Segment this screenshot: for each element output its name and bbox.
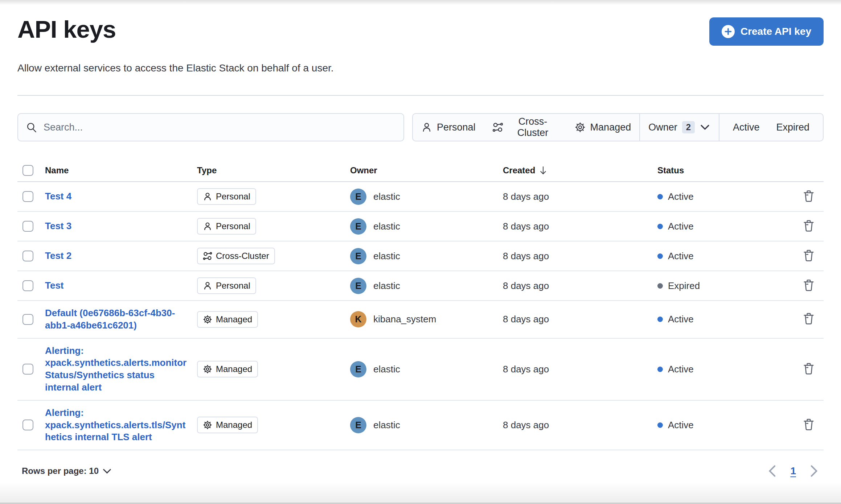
filter-cross-cluster-label: Cross-Cluster xyxy=(508,116,558,139)
table-row: Test 4 xyxy=(17,182,824,212)
delete-api-key-button[interactable] xyxy=(801,278,816,294)
owner-name: elastic xyxy=(373,364,400,375)
type-badge: Managed xyxy=(197,361,258,377)
status-cell: Active xyxy=(657,221,794,232)
search-icon xyxy=(26,122,37,133)
chevron-down-icon xyxy=(700,124,710,130)
status-dot xyxy=(657,317,663,322)
user-icon xyxy=(203,222,212,231)
search-input[interactable] xyxy=(44,122,395,133)
owner-cell: E elastic xyxy=(350,189,503,205)
gear-icon xyxy=(203,315,212,324)
api-key-name-link[interactable]: Alerting: xpack.synthetics.alerts.tls/Sy… xyxy=(45,407,187,443)
filter-managed[interactable]: Managed xyxy=(566,114,640,141)
delete-api-key-button[interactable] xyxy=(801,218,816,235)
type-badge-label: Cross-Cluster xyxy=(216,251,269,261)
name-cell: Test xyxy=(45,280,197,292)
delete-api-key-button[interactable] xyxy=(801,248,816,264)
column-header-created[interactable]: Created xyxy=(503,165,657,175)
actions-cell xyxy=(794,248,824,264)
owner-name: elastic xyxy=(373,280,400,292)
row-checkbox[interactable] xyxy=(22,280,33,291)
owner-name: elastic xyxy=(373,221,400,232)
create-api-key-button[interactable]: Create API key xyxy=(709,17,824,46)
delete-api-key-button[interactable] xyxy=(801,189,816,205)
filter-expired-label: Expired xyxy=(776,122,809,133)
status-dot xyxy=(657,253,663,259)
column-header-status: Status xyxy=(657,165,794,175)
row-checkbox[interactable] xyxy=(22,191,33,202)
search-and-filters: Personal Cross-Cluster xyxy=(17,113,824,141)
row-checkbox-cell xyxy=(17,280,45,291)
api-key-name-link[interactable]: Test 4 xyxy=(45,190,71,203)
table-row: Default (0e67686b-63cf-4b30-abb1-a46be61… xyxy=(17,301,824,339)
previous-page-button[interactable] xyxy=(767,463,778,479)
owner-filter-section: Owner 2 xyxy=(640,114,719,141)
api-key-name-link[interactable]: Test xyxy=(45,280,64,292)
actions-cell xyxy=(794,417,824,433)
search-box[interactable] xyxy=(17,113,404,141)
delete-api-key-button[interactable] xyxy=(801,361,816,377)
rows-per-page-button[interactable]: Rows per page: 10 xyxy=(17,464,115,478)
status-cell: Active xyxy=(657,314,794,325)
row-checkbox[interactable] xyxy=(22,221,33,232)
page-header: API keys Create API key xyxy=(17,16,824,46)
header-divider xyxy=(17,95,824,96)
plus-icon xyxy=(722,25,735,38)
owner-avatar: E xyxy=(350,278,366,294)
page-1-link[interactable]: 1 xyxy=(790,465,796,477)
row-checkbox[interactable] xyxy=(22,251,33,261)
owner-avatar: E xyxy=(350,361,366,377)
header-checkbox-cell xyxy=(17,165,45,176)
actions-cell xyxy=(794,218,824,235)
type-filters: Personal Cross-Cluster xyxy=(413,114,639,141)
type-cell: Personal xyxy=(197,277,350,294)
status-dot xyxy=(657,224,663,229)
api-key-name-link[interactable]: Test 2 xyxy=(45,250,71,262)
filter-active[interactable]: Active xyxy=(725,114,768,141)
created-cell: 8 days ago xyxy=(503,364,657,375)
created-cell: 8 days ago xyxy=(503,191,657,202)
filter-expired[interactable]: Expired xyxy=(768,114,818,141)
table-row: Alerting: xpack.synthetics.alerts.tls/Sy… xyxy=(17,401,824,450)
name-cell: Test 3 xyxy=(45,220,197,232)
column-header-owner[interactable]: Owner xyxy=(350,165,503,175)
filter-cross-cluster[interactable]: Cross-Cluster xyxy=(484,114,566,141)
select-all-checkbox[interactable] xyxy=(22,165,33,176)
type-badge: Cross-Cluster xyxy=(197,248,275,264)
row-checkbox-cell xyxy=(17,364,45,375)
row-checkbox[interactable] xyxy=(22,364,33,375)
column-header-name[interactable]: Name xyxy=(45,165,197,175)
status-label: Active xyxy=(668,191,694,202)
owner-cell: E elastic xyxy=(350,248,503,264)
type-badge-label: Personal xyxy=(216,281,250,291)
filter-owner-dropdown[interactable]: Owner 2 xyxy=(640,114,719,141)
row-checkbox-cell xyxy=(17,251,45,261)
table-body: Test 4 xyxy=(17,182,824,450)
trash-icon xyxy=(803,313,815,325)
created-cell: 8 days ago xyxy=(503,420,657,431)
trash-icon xyxy=(803,220,815,232)
filter-personal[interactable]: Personal xyxy=(413,114,484,141)
api-key-name-link[interactable]: Default (0e67686b-63cf-4b30-abb1-a46be61… xyxy=(45,307,187,332)
chevron-left-icon xyxy=(768,465,776,477)
gear-icon xyxy=(203,364,212,374)
filter-active-label: Active xyxy=(733,122,760,133)
row-checkbox-cell xyxy=(17,314,45,325)
status-cell: Active xyxy=(657,191,794,202)
sort-descending-icon xyxy=(539,166,547,175)
status-cell: Active xyxy=(657,420,794,431)
filter-owner-label: Owner xyxy=(648,122,677,133)
row-checkbox[interactable] xyxy=(22,314,33,325)
column-header-type[interactable]: Type xyxy=(197,165,350,175)
delete-api-key-button[interactable] xyxy=(801,311,816,327)
api-key-name-link[interactable]: Alerting: xpack.synthetics.alerts.monito… xyxy=(45,345,187,394)
user-icon xyxy=(203,281,212,290)
api-key-name-link[interactable]: Test 3 xyxy=(45,220,71,232)
trash-icon xyxy=(803,249,815,262)
row-checkbox[interactable] xyxy=(22,420,33,430)
next-page-button[interactable] xyxy=(808,463,819,479)
user-icon xyxy=(421,122,432,133)
delete-api-key-button[interactable] xyxy=(801,417,816,433)
owner-avatar: E xyxy=(350,189,366,205)
